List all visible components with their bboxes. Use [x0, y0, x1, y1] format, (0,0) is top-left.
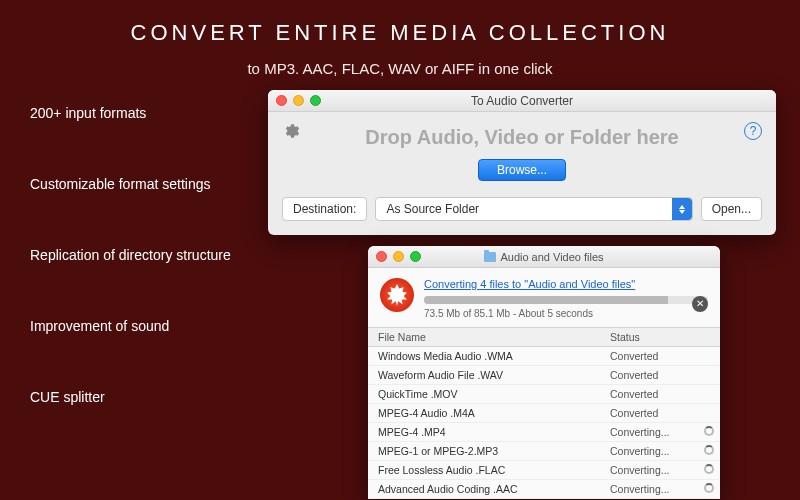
destination-button[interactable]: Destination:: [282, 197, 367, 221]
cell-filename: Free Lossless Audio .FLAC: [368, 461, 600, 480]
table-row[interactable]: Free Lossless Audio .FLACConverting...: [368, 461, 720, 480]
file-table: File Name Status Windows Media Audio .WM…: [368, 327, 720, 499]
converter-window-title: To Audio Converter: [471, 94, 573, 108]
drop-zone[interactable]: Drop Audio, Video or Folder here Browse.…: [282, 126, 762, 181]
cell-status: Converted: [600, 366, 720, 385]
page-headline: CONVERT ENTIRE MEDIA COLLECTION: [0, 20, 800, 46]
table-row[interactable]: MPEG-4 Audio .M4AConverted: [368, 404, 720, 423]
feature-list: 200+ input formats Customizable format s…: [30, 105, 231, 405]
maximize-icon[interactable]: [410, 251, 421, 262]
converter-window: To Audio Converter ? Drop Audio, Video o…: [268, 90, 776, 235]
minimize-icon[interactable]: [393, 251, 404, 262]
spinner-icon: [704, 445, 714, 455]
cell-filename: Windows Media Audio .WMA: [368, 347, 600, 366]
drop-zone-text: Drop Audio, Video or Folder here: [282, 126, 762, 149]
browse-button[interactable]: Browse...: [478, 159, 566, 181]
cell-filename: Advanced Audio Coding .AAC: [368, 480, 600, 499]
app-icon: [380, 278, 414, 312]
progress-window: Audio and Video files Converting 4 files…: [368, 246, 720, 499]
cell-status: Converted: [600, 385, 720, 404]
cell-status: Converting...: [600, 442, 720, 461]
table-row[interactable]: MPEG-1 or MPEG-2.MP3Converting...: [368, 442, 720, 461]
feature-item: Improvement of sound: [30, 318, 231, 334]
cancel-button[interactable]: ✕: [692, 296, 708, 312]
open-button[interactable]: Open...: [701, 197, 762, 221]
cell-filename: MPEG-1 or MPEG-2.MP3: [368, 442, 600, 461]
page-subhead: to MP3. AAC, FLAC, WAV or AIFF in one cl…: [0, 60, 800, 77]
col-filename[interactable]: File Name: [368, 328, 600, 347]
chevron-updown-icon: [672, 198, 692, 220]
help-icon[interactable]: ?: [744, 122, 762, 140]
table-row[interactable]: Windows Media Audio .WMAConverted: [368, 347, 720, 366]
converter-titlebar[interactable]: To Audio Converter: [268, 90, 776, 112]
cell-filename: MPEG-4 .MP4: [368, 423, 600, 442]
table-row[interactable]: Waveform Audio File .WAVConverted: [368, 366, 720, 385]
cell-status: Converting...: [600, 423, 720, 442]
cell-filename: QuickTime .MOV: [368, 385, 600, 404]
spinner-icon: [704, 464, 714, 474]
table-row[interactable]: QuickTime .MOVConverted: [368, 385, 720, 404]
cell-status: Converted: [600, 404, 720, 423]
progress-link[interactable]: Converting 4 files to "Audio and Video f…: [424, 278, 635, 290]
spinner-icon: [704, 483, 714, 493]
feature-item: 200+ input formats: [30, 105, 231, 121]
progress-meta: 73.5 Mb of 85.1 Mb - About 5 seconds: [424, 308, 708, 319]
progress-window-title-text: Audio and Video files: [500, 251, 603, 263]
table-row[interactable]: MPEG-4 .MP4Converting...: [368, 423, 720, 442]
cell-status: Converted: [600, 347, 720, 366]
cell-status: Converting...: [600, 461, 720, 480]
close-icon[interactable]: [276, 95, 287, 106]
spinner-icon: [704, 426, 714, 436]
col-status[interactable]: Status: [600, 328, 720, 347]
destination-select-value: As Source Folder: [386, 202, 479, 216]
close-icon[interactable]: [376, 251, 387, 262]
destination-select[interactable]: As Source Folder: [375, 197, 692, 221]
cell-status: Converting...: [600, 480, 720, 499]
feature-item: Replication of directory structure: [30, 247, 231, 263]
maximize-icon[interactable]: [310, 95, 321, 106]
cell-filename: MPEG-4 Audio .M4A: [368, 404, 600, 423]
minimize-icon[interactable]: [293, 95, 304, 106]
feature-item: Customizable format settings: [30, 176, 231, 192]
progress-bar: [424, 296, 708, 304]
folder-icon: [484, 252, 496, 262]
progress-bar-fill: [424, 296, 668, 304]
table-row[interactable]: Advanced Audio Coding .AACConverting...: [368, 480, 720, 499]
cell-filename: Waveform Audio File .WAV: [368, 366, 600, 385]
feature-item: CUE splitter: [30, 389, 231, 405]
progress-window-title: Audio and Video files: [484, 251, 603, 263]
gear-icon[interactable]: [282, 122, 300, 140]
progress-titlebar[interactable]: Audio and Video files: [368, 246, 720, 268]
